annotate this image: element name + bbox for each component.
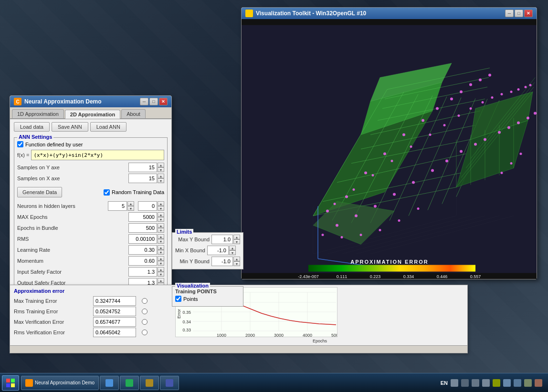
- load-ann-button[interactable]: Load ANN: [90, 122, 126, 132]
- rms-verification-input[interactable]: 0.0645042: [93, 328, 136, 337]
- momentum-input[interactable]: 0.60: [128, 256, 157, 266]
- samples-y-up[interactable]: ▲: [158, 163, 164, 167]
- output-safety-up[interactable]: ▲: [158, 278, 164, 283]
- points-checkbox[interactable]: [175, 296, 181, 302]
- save-ann-button[interactable]: Save ANN: [52, 122, 88, 132]
- svg-text:4000: 4000: [303, 333, 312, 337]
- tab-about[interactable]: About: [121, 109, 146, 118]
- svg-point-60: [412, 181, 415, 184]
- rms-training-radio[interactable]: [142, 309, 148, 314]
- wifi-icon: [524, 379, 532, 387]
- vtk-close-button[interactable]: ✕: [524, 10, 533, 17]
- max-epochs-input[interactable]: 5000: [128, 212, 157, 222]
- taskbar-item-2[interactable]: [120, 376, 139, 390]
- svg-point-86: [470, 107, 472, 110]
- fx-label: f(x) =: [17, 152, 29, 158]
- max-verification-radio[interactable]: [142, 319, 148, 325]
- neurons-input1[interactable]: 5: [108, 201, 127, 211]
- max-y-down[interactable]: ▼: [233, 239, 240, 244]
- formula-input[interactable]: (x*x)+(y*y)+sin(2*x*y): [31, 150, 164, 160]
- input-safety-down[interactable]: ▼: [158, 272, 164, 277]
- svg-point-67: [507, 126, 510, 129]
- rms-verification-radio[interactable]: [142, 330, 148, 335]
- rms-down[interactable]: ▼: [158, 239, 164, 244]
- approx-error-title: Approximation error: [14, 288, 169, 294]
- function-defined-checkbox[interactable]: [17, 141, 23, 147]
- min-x-input[interactable]: -1.0: [207, 246, 229, 255]
- maximize-button[interactable]: □: [149, 98, 158, 105]
- learning-rate-input[interactable]: 0.30: [128, 245, 157, 255]
- taskbar-icon-3: [146, 379, 153, 387]
- momentum-up[interactable]: ▲: [158, 256, 164, 261]
- neurons-input2[interactable]: 0: [138, 201, 157, 211]
- neural-window-title: Neural Approximation Demo: [24, 98, 140, 105]
- rms-training-input[interactable]: 0.0524752: [93, 307, 136, 316]
- vtk-maximize-button[interactable]: □: [515, 10, 523, 17]
- close-button[interactable]: ✕: [159, 98, 168, 105]
- min-y-spinner: -1.0 ▲ ▼: [211, 257, 240, 266]
- max-y-up[interactable]: ▲: [233, 235, 240, 239]
- momentum-down[interactable]: ▼: [158, 261, 164, 266]
- extra-icon: [535, 379, 542, 387]
- learning-rate-up[interactable]: ▲: [158, 245, 164, 250]
- min-y-up[interactable]: ▲: [233, 257, 240, 261]
- ann-settings-group: ANN Settings Function defined by user f(…: [14, 137, 168, 292]
- function-defined-label: Function defined by user: [25, 142, 83, 147]
- start-menu-button[interactable]: [2, 375, 19, 391]
- max-epochs-up[interactable]: ▲: [158, 212, 164, 217]
- max-training-radio[interactable]: [142, 298, 148, 304]
- svg-text:-2.43e-007: -2.43e-007: [298, 274, 319, 279]
- taskbar-item-4[interactable]: [160, 376, 179, 390]
- neurons-up2[interactable]: ▲: [158, 201, 164, 206]
- svg-point-78: [334, 203, 336, 205]
- input-safety-up[interactable]: ▲: [158, 267, 164, 272]
- neurons-down1[interactable]: ▼: [127, 206, 134, 211]
- random-training-label: Random Training Data: [112, 189, 164, 195]
- max-training-input[interactable]: 0.3247744: [93, 296, 136, 306]
- tab-2d-approximation[interactable]: 2D Approximation: [65, 110, 120, 119]
- min-y-input[interactable]: -1.0: [211, 257, 233, 266]
- taskbar-item-3[interactable]: [140, 376, 159, 390]
- minimize-button[interactable]: ─: [140, 98, 148, 105]
- bottom-status-bar: [10, 345, 467, 353]
- rms-label: RMS: [17, 236, 128, 242]
- min-x-up[interactable]: ▲: [229, 246, 236, 250]
- neurons-down2[interactable]: ▼: [158, 206, 164, 211]
- training-points-label: Training POINTS: [175, 289, 240, 294]
- learning-rate-row: Learning Rate 0.30 ▲ ▼: [17, 245, 164, 255]
- taskbar-item-1[interactable]: [100, 376, 119, 390]
- samples-x-down[interactable]: ▼: [158, 178, 164, 183]
- rms-up[interactable]: ▲: [158, 234, 164, 239]
- samples-y-down[interactable]: ▼: [158, 167, 164, 172]
- load-data-button[interactable]: Load data: [14, 122, 50, 132]
- taskbar-icon-4: [166, 379, 173, 387]
- epochs-bundle-input[interactable]: 500: [128, 223, 157, 233]
- neurons-up1[interactable]: ▲: [127, 201, 134, 206]
- vtk-minimize-button[interactable]: ─: [505, 10, 514, 17]
- max-epochs-down[interactable]: ▼: [158, 217, 164, 222]
- samples-x-up[interactable]: ▲: [158, 174, 164, 178]
- min-x-down[interactable]: ▼: [229, 250, 236, 255]
- max-y-input[interactable]: 1.0: [211, 235, 233, 244]
- samples-x-input[interactable]: 15: [128, 174, 157, 183]
- random-training-checkbox[interactable]: [104, 189, 110, 196]
- svg-point-91: [517, 88, 520, 91]
- svg-point-88: [491, 96, 494, 99]
- input-safety-input[interactable]: 1.3: [128, 267, 157, 277]
- svg-point-93: [529, 84, 532, 86]
- epochs-bundle-up[interactable]: ▲: [158, 223, 164, 228]
- rms-input[interactable]: 0.00100: [128, 234, 157, 244]
- svg-point-81: [391, 160, 393, 162]
- max-verification-input[interactable]: 0.6574677: [93, 317, 136, 327]
- min-y-down[interactable]: ▼: [233, 261, 240, 266]
- taskbar-item-0[interactable]: Neural Approximation Demo: [21, 376, 99, 390]
- svg-point-50: [436, 107, 439, 110]
- learning-rate-down[interactable]: ▼: [158, 250, 164, 255]
- svg-point-69: [527, 117, 529, 120]
- generate-data-button[interactable]: Generate Data: [17, 187, 62, 197]
- samples-y-input[interactable]: 15: [128, 163, 157, 172]
- samples-y-spin-btns: ▲ ▼: [158, 163, 164, 172]
- approx-error-section: Approximation error Max Training Error 0…: [10, 285, 172, 345]
- tab-1d-approximation[interactable]: 1D Approximation: [12, 109, 64, 118]
- epochs-bundle-down[interactable]: ▼: [158, 228, 164, 233]
